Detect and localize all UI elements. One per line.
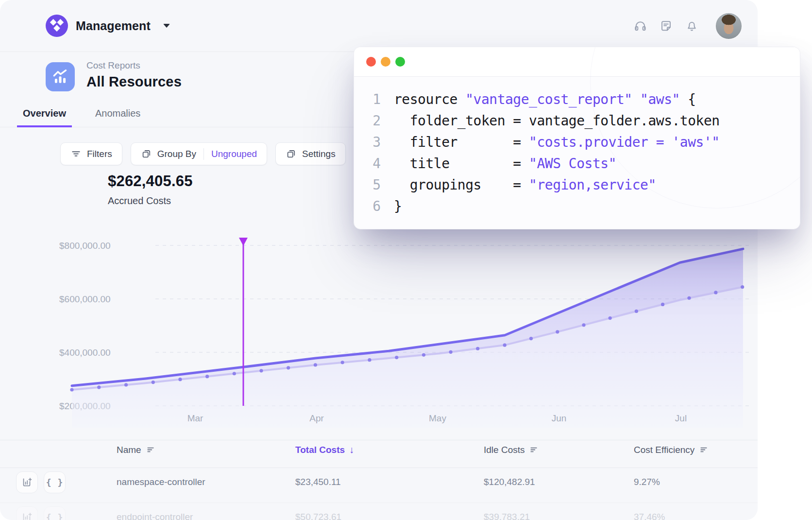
resources-table: Name Total Costs ↓ Idle Costs Cost E: [0, 440, 758, 520]
code-text: resource "vantage_cost_report" "aws" {: [394, 91, 696, 107]
column-header-cost-efficiency[interactable]: Cost Efficiency: [634, 445, 758, 455]
data-point-dot: [124, 383, 128, 386]
tab-anomalies[interactable]: Anomalies: [89, 102, 146, 127]
row-actions: { }: [0, 506, 117, 520]
user-avatar[interactable]: [716, 13, 742, 39]
filter-icon: [70, 148, 82, 159]
settings-button[interactable]: Settings: [275, 142, 346, 165]
cost-chart[interactable]: $800,000.00$600,000.00$400,000.00$200,00…: [0, 219, 758, 428]
cost-efficiency-value: 37.46%: [634, 512, 758, 520]
total-costs-value: $23,450.11: [295, 477, 484, 487]
settings-stack-icon: [286, 148, 297, 159]
release-notes-icon[interactable]: [660, 19, 673, 33]
top-header: Management: [0, 0, 758, 52]
sort-descending-icon: ↓: [349, 444, 354, 455]
chart-report-icon: [51, 68, 69, 86]
data-point-dot: [287, 366, 290, 369]
code-text: filter = "costs.provider = 'aws'": [394, 134, 720, 150]
line-number: 6: [368, 198, 381, 214]
vantage-logo-icon: [46, 15, 68, 37]
data-point-dot: [70, 388, 73, 391]
sort-lines-icon: [146, 445, 156, 455]
page-titles: Cost Reports All Resources: [86, 60, 182, 90]
x-axis-label: Apr: [309, 413, 324, 423]
tab-overview[interactable]: Overview: [17, 102, 72, 127]
bell-icon[interactable]: [685, 19, 698, 33]
data-point-dot: [741, 285, 744, 289]
code-line: 5 groupings = "region,service": [354, 174, 800, 195]
minimize-window-icon[interactable]: [381, 57, 390, 67]
view-code-button[interactable]: { }: [44, 506, 66, 520]
sort-lines-icon: [529, 445, 539, 455]
line-number: 1: [368, 91, 381, 107]
sort-lines-icon: [699, 445, 709, 455]
code-text: folder_token = vantage_folder.aws.token: [394, 113, 720, 129]
view-code-button[interactable]: { }: [44, 471, 66, 493]
x-axis-label: Jun: [552, 413, 567, 423]
data-point-dot: [556, 330, 559, 333]
column-label: Name: [117, 445, 141, 455]
group-by-label: Group By: [157, 149, 196, 159]
code-text: }: [394, 198, 402, 214]
data-point-dot: [368, 358, 371, 362]
line-number: 2: [368, 113, 381, 129]
data-point-dot: [422, 353, 425, 357]
x-axis-label: May: [429, 413, 446, 423]
chevron-down-icon: [163, 24, 170, 28]
row-actions: { }: [0, 471, 117, 493]
column-header-name[interactable]: Name: [117, 445, 295, 455]
curly-braces-icon: { }: [46, 477, 64, 487]
line-number: 4: [368, 156, 381, 172]
y-axis-label: $800,000.00: [59, 241, 111, 251]
data-point-dot: [476, 347, 479, 350]
tab-bar: Overview Anomalies: [17, 102, 146, 127]
total-costs-value: $50,723.61: [295, 512, 484, 520]
data-point-dot: [635, 310, 638, 313]
data-point-dot: [503, 344, 507, 347]
table-row[interactable]: { } endpoint-controller $50,723.61 $39,7…: [0, 503, 758, 520]
code-text: title = "AWS Costs": [394, 156, 616, 172]
data-point-dot: [582, 323, 585, 327]
x-axis-label: Mar: [187, 413, 203, 423]
chart-marker-handle[interactable]: [239, 238, 248, 246]
add-to-report-button[interactable]: [16, 471, 38, 493]
data-point-dot: [259, 369, 263, 372]
logo-diamonds-icon: [46, 15, 68, 37]
resource-name: endpoint-controller: [117, 512, 295, 520]
code-line: 3 filter = "costs.provider = 'aws'": [354, 131, 800, 153]
code-text: groupings = "region,service": [394, 177, 656, 193]
workspace-name: Management: [76, 19, 151, 33]
data-point-dot: [395, 356, 398, 359]
table-row[interactable]: { } namespace-controller $23,450.11 $120…: [0, 468, 758, 503]
code-line: 2 folder_token = vantage_folder.aws.toke…: [354, 110, 800, 131]
data-point-dot: [529, 337, 533, 340]
column-header-idle-costs[interactable]: Idle Costs: [484, 445, 634, 455]
filters-button[interactable]: Filters: [60, 142, 122, 165]
code-window-titlebar[interactable]: [354, 47, 800, 77]
copy-stack-icon: [141, 148, 152, 159]
data-point-dot: [609, 316, 612, 320]
accrued-costs-amount: $262,405.65: [108, 173, 193, 190]
workspace-switcher[interactable]: Management: [46, 15, 170, 37]
data-point-dot: [449, 350, 453, 354]
data-point-dot: [714, 291, 717, 294]
settings-label: Settings: [302, 149, 336, 159]
accrued-costs-label: Accrued Costs: [108, 195, 193, 207]
cost-efficiency-value: 9.27%: [634, 477, 758, 487]
breadcrumb[interactable]: Cost Reports: [86, 60, 182, 71]
curly-braces-icon: { }: [46, 512, 64, 520]
headphones-icon[interactable]: [634, 19, 647, 33]
column-header-total-costs[interactable]: Total Costs ↓: [295, 444, 484, 455]
close-window-icon[interactable]: [366, 57, 376, 67]
zoom-window-icon[interactable]: [395, 57, 405, 67]
idle-costs-value: $120,482.91: [484, 477, 634, 487]
filters-label: Filters: [87, 149, 112, 159]
line-number: 5: [368, 177, 381, 193]
cost-report-tile: [46, 62, 75, 91]
data-point-dot: [661, 303, 664, 306]
data-point-dot: [341, 361, 344, 364]
code-line: 4 title = "AWS Costs": [354, 153, 800, 174]
add-to-report-button[interactable]: [16, 506, 38, 520]
data-point-dot: [314, 363, 317, 366]
group-by-button[interactable]: Group By Ungrouped: [131, 142, 267, 165]
